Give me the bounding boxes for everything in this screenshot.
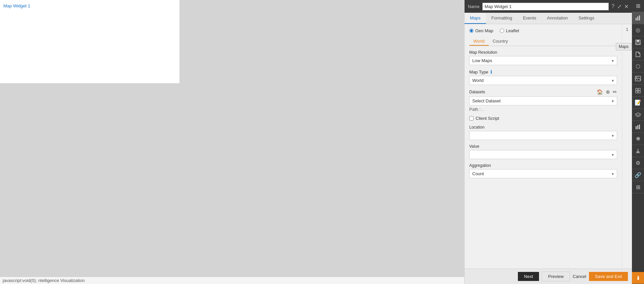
right-panel: Name ? ⤢ ✕ Maps Formatting Events Annota… <box>464 0 632 284</box>
save-exit-button[interactable]: Save and Exit <box>589 272 628 281</box>
svg-rect-11 <box>638 91 640 93</box>
aggregation-select[interactable]: Count Sum Average Min Max <box>469 169 617 178</box>
sidebar-icons: ⊞ ◎ ⬡ 📝 <box>632 0 644 284</box>
aggregation-label: Aggregation <box>469 163 617 168</box>
client-script-checkbox[interactable] <box>469 116 474 121</box>
status-app: ntelligence Visualization <box>38 278 85 283</box>
page-area: 1 <box>622 24 632 269</box>
svg-rect-10 <box>636 91 638 93</box>
help-icon[interactable]: ? <box>611 3 614 9</box>
svg-rect-4 <box>637 40 639 42</box>
svg-rect-12 <box>636 126 637 129</box>
tab-formatting[interactable]: Formatting <box>486 13 518 24</box>
datasets-add-icon[interactable]: ⊕ <box>606 89 610 95</box>
path-row: Path : . <box>469 107 617 112</box>
next-button[interactable]: Next <box>518 272 539 281</box>
tab-settings[interactable]: Settings <box>573 13 600 24</box>
tab-annotation[interactable]: Annotation <box>542 13 573 24</box>
svg-rect-0 <box>636 18 637 20</box>
sidebar-arrow-down-icon[interactable]: ⬇ <box>632 272 644 284</box>
sub-tab-world[interactable]: World <box>469 37 489 46</box>
location-select-wrapper <box>469 131 617 140</box>
client-script-label: Client Script <box>476 116 499 121</box>
map-resolution-label: Map Resolution <box>469 50 617 55</box>
location-label: Location <box>469 125 617 130</box>
map-resolution-select-wrapper: Low Maps Medium Maps High Maps <box>469 56 617 65</box>
datasets-home-icon[interactable]: 🏠 <box>597 89 603 95</box>
client-script-row: Client Script <box>469 116 617 121</box>
canvas-area: Map Widget 1 javascript:void(0); ntellig… <box>0 0 464 284</box>
sidebar-link-icon[interactable]: 🔗 <box>632 169 644 181</box>
dataset-select-wrapper: Select Dataset <box>469 96 617 105</box>
svg-rect-8 <box>636 88 638 90</box>
value-label: Value <box>469 144 617 149</box>
sidebar-settings-icon[interactable]: ⚙ <box>632 157 644 169</box>
sidebar-file-icon[interactable] <box>632 48 644 60</box>
sub-tabs: World Country <box>469 37 617 46</box>
preview-button[interactable]: Preview <box>542 272 570 281</box>
geo-map-radio[interactable] <box>469 29 474 33</box>
panel-footer: Next Preview Cancel Save and Exit <box>465 269 632 284</box>
widget-box <box>0 0 179 83</box>
close-icon[interactable]: ✕ <box>624 3 629 10</box>
header-icons: ? ⤢ ✕ <box>611 3 629 10</box>
map-type-select-wrapper: World Country State <box>469 76 617 85</box>
panel-header: Name ? ⤢ ✕ <box>465 0 632 13</box>
leaflet-label: Leaflet <box>506 28 519 33</box>
sidebar-table-icon[interactable]: ⊞ <box>632 0 644 12</box>
svg-rect-14 <box>639 125 640 129</box>
map-type-group: Map Type ℹ World Country State <box>469 69 617 85</box>
dataset-select[interactable]: Select Dataset <box>469 96 617 105</box>
sidebar-download-icon[interactable] <box>632 145 644 157</box>
sidebar-grid-icon[interactable] <box>632 85 644 97</box>
settings-area: Geo Map Leaflet World Country Map Resolu… <box>465 24 622 269</box>
value-select-wrapper <box>469 150 617 159</box>
map-resolution-group: Map Resolution Low Maps Medium Maps High… <box>469 50 617 65</box>
map-resolution-select[interactable]: Low Maps Medium Maps High Maps <box>469 56 617 65</box>
sub-tab-country[interactable]: Country <box>489 37 512 46</box>
sidebar-gauge-icon[interactable]: ◎ <box>632 24 644 36</box>
value-select[interactable] <box>469 150 617 159</box>
value-group: Value <box>469 144 617 159</box>
sidebar-chart-icon[interactable] <box>632 12 644 24</box>
panel-body: Geo Map Leaflet World Country Map Resolu… <box>465 24 632 269</box>
maps-floating-button[interactable]: Maps <box>616 43 632 50</box>
sidebar-bar-chart-icon[interactable] <box>632 121 644 133</box>
datasets-edit-icon[interactable]: ✏ <box>613 89 617 95</box>
svg-rect-2 <box>639 15 640 20</box>
tab-events[interactable]: Events <box>518 13 542 24</box>
sidebar-apps-icon[interactable]: ⊞ <box>632 181 644 193</box>
datasets-icons: 🏠 ⊕ ✏ <box>597 89 617 95</box>
widget-name-input[interactable] <box>482 3 609 10</box>
sidebar-doc-icon[interactable]: 📝 <box>632 97 644 109</box>
name-label: Name <box>468 4 480 9</box>
map-type-info-icon[interactable]: ℹ <box>490 69 492 75</box>
svg-rect-5 <box>636 43 640 44</box>
leaflet-radio-item[interactable]: Leaflet <box>500 28 519 33</box>
svg-rect-9 <box>638 88 640 90</box>
map-type-radio-group: Geo Map Leaflet <box>469 28 617 33</box>
location-select[interactable] <box>469 131 617 140</box>
svg-rect-1 <box>637 16 638 20</box>
geo-map-radio-item[interactable]: Geo Map <box>469 28 493 33</box>
sidebar-layers-icon[interactable] <box>632 109 644 121</box>
sidebar-image-icon[interactable] <box>632 73 644 85</box>
sidebar-shape-icon[interactable]: ⬡ <box>632 60 644 73</box>
move-icon[interactable]: ⤢ <box>617 3 622 10</box>
datasets-label: Datasets <box>469 90 485 94</box>
svg-rect-13 <box>637 125 638 129</box>
geo-map-label: Geo Map <box>475 28 493 33</box>
datasets-group: Datasets 🏠 ⊕ ✏ Select Dataset Path : . <box>469 89 617 112</box>
widget-title: Map Widget 1 <box>3 3 30 8</box>
sidebar-nodes-icon[interactable]: ❋ <box>632 133 644 145</box>
tab-maps[interactable]: Maps <box>465 13 486 24</box>
map-type-select[interactable]: World Country State <box>469 76 617 85</box>
aggregation-group: Aggregation Count Sum Average Min Max <box>469 163 617 178</box>
path-label: Path : <box>469 107 481 112</box>
page-number: 1 <box>626 27 628 32</box>
leaflet-radio[interactable] <box>500 29 504 33</box>
cancel-button[interactable]: Cancel <box>573 274 586 279</box>
sidebar-save-icon[interactable] <box>632 36 644 48</box>
status-text: javascript:void(0); <box>3 278 37 283</box>
aggregation-select-wrapper: Count Sum Average Min Max <box>469 169 617 178</box>
